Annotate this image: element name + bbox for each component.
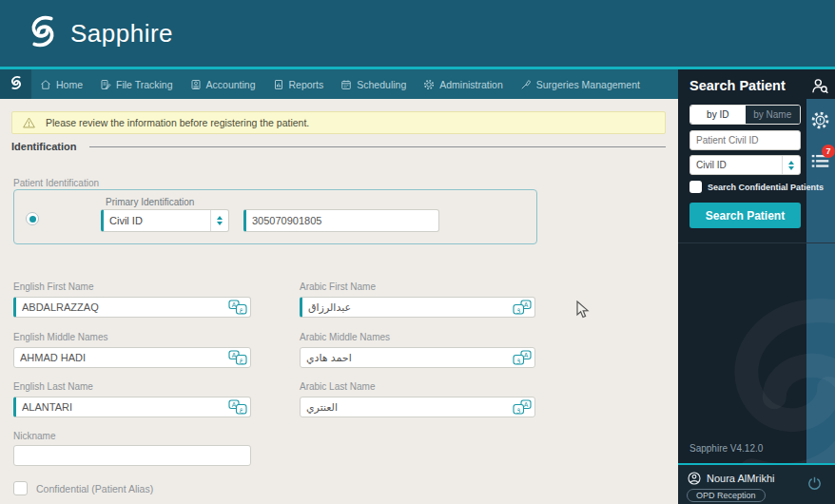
warning-text: Please review the information before reg…: [46, 117, 309, 128]
nav-item-administration[interactable]: Administration: [415, 69, 512, 99]
surgeries-icon: [520, 79, 532, 90]
nickname-label: Nickname: [13, 431, 55, 441]
patient-civil-id-input[interactable]: [689, 130, 801, 150]
confidential-alias-checkbox[interactable]: [13, 481, 28, 495]
select-spinner-icon[interactable]: [210, 210, 228, 231]
main-content: Please review the information before reg…: [0, 99, 678, 504]
primary-id-type-value: Civil ID: [109, 215, 143, 226]
warning-icon: [22, 116, 36, 129]
sidebar-id-type-value: Civil ID: [696, 160, 727, 170]
queue-count-badge: 7: [822, 145, 835, 158]
scheduling-icon: [340, 79, 352, 90]
sidebar-id-type-select[interactable]: Civil ID: [689, 155, 801, 175]
patient-identification-label: Patient Identification: [13, 178, 99, 188]
app-title: Sapphire: [70, 19, 173, 48]
user-circle-icon: [687, 471, 702, 490]
arabic-middle-names-label: Arabic Middle Names: [300, 332, 390, 342]
accounting-icon: [190, 79, 202, 90]
app-version-label: Sapphire V4.12.0: [689, 443, 763, 454]
arabic-first-name-label: Arabic First Name: [300, 281, 376, 292]
nav-item-reports[interactable]: Reports: [264, 69, 333, 99]
english-last-name-label: English Last Name: [13, 381, 93, 392]
section-divider: [89, 146, 666, 147]
app-header: Sapphire: [0, 0, 835, 67]
user-name: Noura AlMrikhi: [707, 473, 775, 484]
navbar-logo-button[interactable]: [0, 69, 31, 99]
app-window: Sapphire Home File Tracking Acco: [0, 0, 835, 504]
reports-icon: [273, 79, 284, 90]
sapphire-mini-logo-icon: [9, 75, 24, 94]
primary-identification-legend: Primary Identification: [106, 197, 194, 207]
review-warning-banner: Please review the information before reg…: [11, 111, 666, 134]
search-mode-toggle: by ID by Name: [689, 105, 801, 125]
search-patient-button[interactable]: Search Patient: [689, 203, 801, 228]
primary-identification-group: Primary Identification Civil ID: [13, 189, 537, 244]
strip-overlay: 7: [806, 99, 835, 463]
english-first-name-input[interactable]: [13, 297, 251, 318]
administration-icon: [423, 79, 435, 90]
logout-power-icon[interactable]: [806, 475, 823, 495]
primary-id-number-input[interactable]: [243, 209, 439, 232]
english-first-name-label: English First Name: [13, 281, 93, 292]
english-middle-names-input[interactable]: [13, 347, 251, 368]
home-icon: [40, 79, 51, 90]
file-tracking-icon: [100, 79, 111, 90]
search-confidential-checkbox[interactable]: [689, 181, 702, 193]
tab-by-name[interactable]: by Name: [746, 106, 801, 124]
tab-by-id[interactable]: by ID: [690, 106, 746, 124]
nav-items: Home File Tracking Accounting Reports Sc…: [31, 69, 649, 99]
user-role-badge: OPD Reception: [687, 489, 766, 502]
patient-search-icon[interactable]: [809, 77, 830, 100]
user-bar: Noura AlMrikhi OPD Reception: [678, 463, 835, 504]
section-title: Identification: [11, 141, 76, 152]
nav-item-scheduling[interactable]: Scheduling: [332, 69, 415, 99]
search-patient-title: Search Patient: [689, 78, 786, 93]
sapphire-logo-icon: [25, 13, 61, 53]
nickname-input[interactable]: [13, 445, 251, 466]
arabic-last-name-label: Arabic Last Name: [300, 381, 375, 392]
arabic-last-name-input[interactable]: [300, 397, 535, 417]
confidential-alias-label: Confidential (Patient Alias): [36, 483, 153, 494]
arabic-middle-names-input[interactable]: [300, 347, 535, 368]
identification-section-header: Identification: [11, 141, 666, 152]
nav-item-accounting[interactable]: Accounting: [182, 69, 264, 99]
search-patient-sidebar: Search Patient by ID by Name Civil ID Se…: [678, 69, 835, 504]
nav-item-surgeries-management[interactable]: Surgeries Management: [512, 69, 649, 99]
radio-selected-dot: [29, 216, 36, 223]
select-spinner-icon[interactable]: [782, 156, 800, 174]
search-confidential-row: Search Confidential Patients: [689, 181, 813, 193]
settings-alert-icon[interactable]: [810, 110, 830, 134]
main-navbar: Home File Tracking Accounting Reports Sc…: [0, 69, 678, 99]
arabic-first-name-input[interactable]: [300, 297, 535, 318]
english-last-name-input[interactable]: [13, 397, 251, 417]
primary-id-radio[interactable]: [26, 212, 39, 225]
nav-item-home[interactable]: Home: [31, 69, 91, 99]
nav-item-file-tracking[interactable]: File Tracking: [91, 69, 182, 99]
queue-list-icon[interactable]: 7: [810, 151, 830, 175]
primary-id-type-select[interactable]: Civil ID: [101, 209, 229, 232]
english-middle-names-label: English Middle Names: [13, 332, 108, 342]
